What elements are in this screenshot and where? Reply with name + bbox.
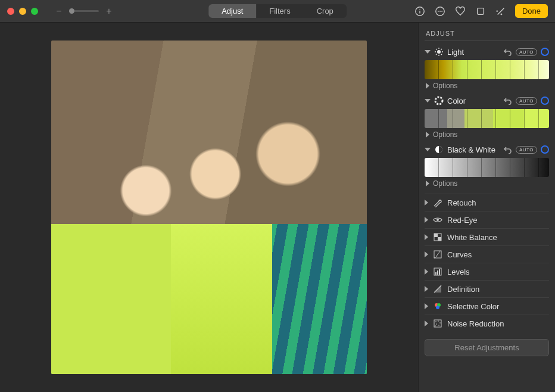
color-icon xyxy=(434,96,444,105)
row-noise-label: Noise Reduction xyxy=(447,319,504,328)
info-icon[interactable] xyxy=(414,5,426,17)
sidebar-title: ADJUST xyxy=(425,29,549,41)
adjust-light-label: Light xyxy=(447,48,500,57)
svg-line-16 xyxy=(441,49,442,50)
chevron-right-icon xyxy=(425,200,428,206)
svg-rect-21 xyxy=(434,234,438,237)
zoom-out-button[interactable]: − xyxy=(55,6,63,17)
auto-button-light[interactable]: AUTO xyxy=(516,48,537,56)
favorite-heart-icon[interactable] xyxy=(454,5,466,17)
svg-line-14 xyxy=(441,54,442,55)
row-definition-label: Definition xyxy=(447,285,479,294)
minimize-window-button[interactable] xyxy=(19,8,26,15)
row-redeye[interactable]: Red-Eye xyxy=(425,211,549,228)
close-window-button[interactable] xyxy=(7,8,14,15)
adjust-sidebar: ADJUST Light AUTO Options Color xyxy=(418,23,555,392)
svg-point-8 xyxy=(437,50,441,54)
photo-canvas xyxy=(0,23,418,392)
window-controls xyxy=(7,8,38,15)
more-icon[interactable] xyxy=(434,5,446,17)
bw-icon xyxy=(434,145,444,154)
tab-adjust[interactable]: Adjust xyxy=(208,4,256,18)
color-thumbstrip[interactable] xyxy=(425,109,549,128)
svg-point-2 xyxy=(419,8,420,9)
reset-adjustments-button[interactable]: Reset Adjustments xyxy=(425,339,549,356)
row-definition[interactable]: Definition xyxy=(425,280,549,297)
toolbar-right: Done xyxy=(414,4,548,18)
bw-thumbstrip[interactable] xyxy=(425,158,549,177)
chevron-right-icon xyxy=(425,286,428,292)
zoom-slider[interactable] xyxy=(69,10,99,12)
svg-point-30 xyxy=(436,306,439,309)
adjust-bw-label: Black & White xyxy=(447,145,500,154)
row-selcolor[interactable]: Selective Color xyxy=(425,297,549,315)
rotate-icon[interactable] xyxy=(475,5,487,17)
chevron-down-icon xyxy=(425,99,431,102)
chevron-right-icon xyxy=(425,321,428,326)
bw-options-toggle[interactable]: Options xyxy=(426,179,549,188)
svg-line-15 xyxy=(436,54,437,55)
auto-enhance-icon[interactable] xyxy=(495,5,507,17)
undo-icon[interactable] xyxy=(504,97,512,105)
chevron-down-icon xyxy=(425,148,431,151)
row-redeye-label: Red-Eye xyxy=(447,216,478,225)
color-options-toggle[interactable]: Options xyxy=(426,130,549,139)
chevron-right-icon xyxy=(425,234,428,240)
svg-point-36 xyxy=(438,325,439,326)
titlebar: − + Adjust Filters Crop Done xyxy=(0,0,555,23)
row-levels[interactable]: Levels xyxy=(425,263,549,280)
enable-ring-bw[interactable] xyxy=(541,145,549,154)
retouch-icon xyxy=(433,198,442,207)
color-options-label: Options xyxy=(433,130,457,139)
svg-point-32 xyxy=(435,321,436,322)
fullscreen-window-button[interactable] xyxy=(31,8,38,15)
zoom-in-button[interactable]: + xyxy=(105,6,113,17)
svg-line-13 xyxy=(436,49,437,50)
row-retouch[interactable]: Retouch xyxy=(425,194,549,211)
chevron-down-icon xyxy=(425,50,431,54)
photo-preview[interactable] xyxy=(51,41,367,374)
tab-filters[interactable]: Filters xyxy=(256,4,303,18)
row-selcolor-label: Selective Color xyxy=(447,302,499,311)
row-wb-label: White Balance xyxy=(447,233,497,242)
auto-button-bw[interactable]: AUTO xyxy=(516,146,537,154)
undo-icon[interactable] xyxy=(504,145,512,154)
light-options-toggle[interactable]: Options xyxy=(426,82,549,90)
svg-point-6 xyxy=(441,11,442,12)
wb-icon xyxy=(433,232,442,242)
auto-button-color[interactable]: AUTO xyxy=(516,97,537,105)
tab-crop[interactable]: Crop xyxy=(304,4,347,18)
done-button[interactable]: Done xyxy=(515,4,548,18)
svg-point-4 xyxy=(438,11,439,12)
row-curves-label: Curves xyxy=(447,250,472,259)
selective-color-icon xyxy=(433,301,442,311)
chevron-right-icon xyxy=(425,251,428,257)
row-curves[interactable]: Curves xyxy=(425,245,549,263)
row-wb[interactable]: White Balance xyxy=(425,228,549,245)
chevron-right-icon xyxy=(425,269,428,275)
row-retouch-label: Retouch xyxy=(447,198,476,207)
light-thumbstrip[interactable] xyxy=(425,60,549,79)
svg-rect-27 xyxy=(439,269,440,275)
svg-point-35 xyxy=(436,323,437,325)
svg-point-17 xyxy=(435,97,442,104)
light-options-label: Options xyxy=(433,82,457,90)
chevron-right-icon xyxy=(426,181,429,186)
adjust-color-header[interactable]: Color AUTO xyxy=(425,96,549,105)
svg-rect-26 xyxy=(437,270,438,275)
svg-point-5 xyxy=(439,11,441,12)
adjust-light-header[interactable]: Light AUTO xyxy=(425,47,549,57)
adjust-bw-header[interactable]: Black & White AUTO xyxy=(425,145,549,154)
adjust-color-label: Color xyxy=(447,97,500,105)
bw-options-label: Options xyxy=(433,179,457,188)
adjust-color-section: Color AUTO Options xyxy=(425,96,549,139)
chevron-right-icon xyxy=(425,217,428,223)
enable-ring-light[interactable] xyxy=(541,48,549,56)
adjust-bw-section: Black & White AUTO Options xyxy=(425,145,549,188)
undo-icon[interactable] xyxy=(504,48,512,56)
adjust-light-section: Light AUTO Options xyxy=(425,47,549,90)
enable-ring-color[interactable] xyxy=(541,97,549,105)
row-noise[interactable]: Noise Reduction xyxy=(425,315,549,332)
light-icon xyxy=(434,47,444,57)
svg-point-19 xyxy=(436,219,439,221)
